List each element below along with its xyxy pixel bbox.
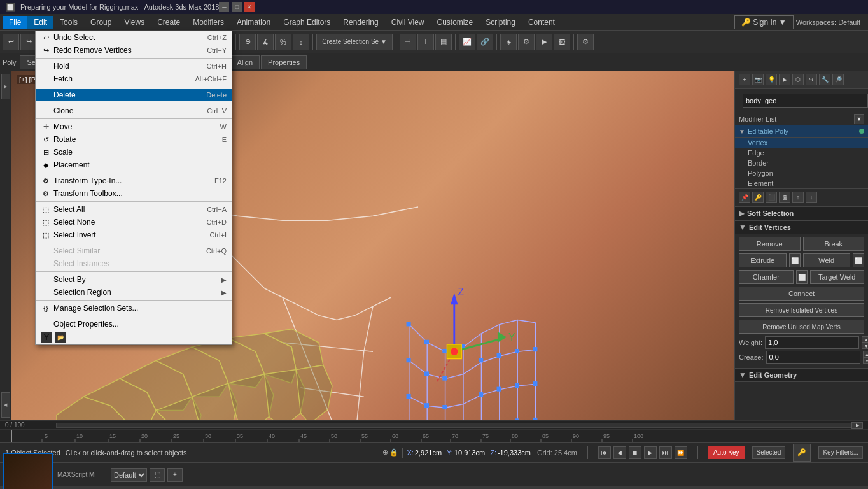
auto-key-button[interactable]: Auto Key <box>708 446 745 459</box>
menu-clone[interactable]: Clone Ctrl+V <box>36 104 232 117</box>
menu-bottom-icon-2[interactable]: 📂 <box>55 332 66 343</box>
mod-icon-pin[interactable]: 📌 <box>739 192 750 203</box>
weld-settings-button[interactable]: ⬜ <box>853 253 864 267</box>
remove-unused-button[interactable]: Remove Unused Map Verts <box>739 320 864 334</box>
rp-icon-7[interactable]: 🔧 <box>819 74 830 85</box>
set-key-button[interactable]: 🔑 <box>793 444 811 462</box>
render-frame-button[interactable]: 🖼 <box>554 34 570 50</box>
play-stop-button[interactable]: ⏹ <box>629 446 641 459</box>
modifier-polygon[interactable]: Polygon <box>735 168 868 178</box>
weight-up-button[interactable]: ▲ <box>862 336 868 343</box>
menu-item-civil-view[interactable]: Civil View <box>385 16 431 29</box>
menu-item-sign-in[interactable]: 🔑 Sign In ▼ <box>734 15 794 29</box>
edit-named-button[interactable]: Create Selection Se ▼ <box>316 34 393 50</box>
undo-button[interactable]: ↩ <box>3 34 19 50</box>
extrude-button[interactable]: Extrude <box>739 253 787 267</box>
material-editor-button[interactable]: ◈ <box>500 34 517 50</box>
menu-item-views[interactable]: Views <box>118 16 151 29</box>
menu-item-animation[interactable]: Animation <box>230 16 277 29</box>
rp-icon-6[interactable]: ↪ <box>806 74 817 85</box>
mod-icon-key[interactable]: 🔑 <box>752 192 764 203</box>
connect-button[interactable]: Connect <box>739 287 864 301</box>
rp-icon-1[interactable]: + <box>739 74 750 85</box>
layer-btn-1[interactable]: ⬚ <box>150 468 165 482</box>
soft-selection-section[interactable]: ▶ Soft Selection <box>735 206 868 220</box>
edit-vertices-section[interactable]: ▼ Edit Vertices <box>735 220 868 234</box>
chamfer-button[interactable]: Chamfer <box>739 270 794 284</box>
sidebar-btn-bottom[interactable]: ◀ <box>1 392 10 418</box>
play-prev-button[interactable]: ◀ <box>613 446 626 459</box>
play-next-button[interactable]: ⏭ <box>659 446 672 459</box>
break-button[interactable]: Break <box>803 237 865 251</box>
spinner-snap-button[interactable]: ↕ <box>293 34 309 50</box>
object-name-input[interactable] <box>743 94 868 108</box>
menu-redo-remove[interactable]: ↪ Redo Remove Vertices Ctrl+Y <box>36 44 232 57</box>
weight-down-button[interactable]: ▼ <box>862 343 868 349</box>
menu-item-customize[interactable]: Customize <box>431 16 480 29</box>
mod-icon-up[interactable]: ↑ <box>792 192 804 203</box>
modifier-vertex[interactable]: Vertex <box>735 138 868 148</box>
menu-move[interactable]: ✛ Move W <box>36 120 232 133</box>
rp-icon-3[interactable]: 💡 <box>766 74 777 85</box>
modifier-border[interactable]: Border <box>735 158 868 168</box>
menu-rotate[interactable]: ↺ Rotate E <box>36 133 232 146</box>
modifier-edge[interactable]: Edge <box>735 148 868 158</box>
maximize-button[interactable]: □ <box>232 2 242 12</box>
menu-manage-sets[interactable]: {} Manage Selection Sets... <box>36 302 232 315</box>
menu-item-file[interactable]: File <box>3 16 27 29</box>
layer-manager-button[interactable]: ▤ <box>435 34 452 50</box>
crease-input[interactable] <box>766 351 860 364</box>
weight-input[interactable] <box>765 336 859 349</box>
chamfer-settings-button[interactable]: ⬜ <box>796 270 808 284</box>
align-button[interactable]: ⊤ <box>417 34 434 50</box>
schematic-view-button[interactable]: 🔗 <box>477 34 493 50</box>
mirror-button[interactable]: ⊣ <box>400 34 416 50</box>
menu-transform-type[interactable]: ⚙ Transform Type-In... F12 <box>36 174 232 187</box>
menu-item-group[interactable]: Group <box>84 16 118 29</box>
menu-placement[interactable]: ◆ Placement <box>36 159 232 171</box>
play-start-button[interactable]: ⏮ <box>598 446 611 459</box>
menu-item-tools[interactable]: Tools <box>53 16 84 29</box>
mod-icon-dots[interactable]: ⬛ <box>766 192 777 203</box>
render-setup-button[interactable]: ⚙ <box>518 34 535 50</box>
mini-viewport[interactable] <box>3 453 53 490</box>
extrude-settings-button[interactable]: ⬜ <box>789 253 801 267</box>
menu-item-graph-editors[interactable]: Graph Editors <box>277 16 337 29</box>
curve-editor-button[interactable]: 📈 <box>459 34 475 50</box>
edit-geometry-section[interactable]: ▼ Edit Geometry <box>735 368 868 382</box>
crease-up-button[interactable]: ▲ <box>863 351 868 357</box>
render-button[interactable]: ▶ <box>536 34 552 50</box>
menu-selection-region[interactable]: Selection Region ▶ <box>36 286 232 299</box>
menu-transform-toolbox[interactable]: ⚙ Transform Toolbox... <box>36 187 232 200</box>
menu-item-modifiers[interactable]: Modifiers <box>186 16 230 29</box>
progress-right-button[interactable]: ▶ <box>851 422 863 429</box>
editable-poly-header[interactable]: ▼ Editable Poly <box>735 125 868 138</box>
sidebar-btn-1[interactable]: ▶ <box>1 74 10 99</box>
menu-item-content[interactable]: Content <box>522 16 561 29</box>
mod-icon-trash[interactable]: 🗑 <box>779 192 790 203</box>
tab-align[interactable]: Align <box>230 55 260 69</box>
rp-icon-8[interactable]: 🔎 <box>832 74 844 85</box>
rp-icon-4[interactable]: ▶ <box>779 74 790 85</box>
percent-snap-button[interactable]: % <box>275 34 291 50</box>
target-weld-button[interactable]: Target Weld <box>810 270 865 284</box>
layer-dropdown[interactable]: Default <box>111 468 147 482</box>
remove-button[interactable]: Remove <box>739 237 801 251</box>
menu-bottom-icon-1[interactable]: Y <box>41 332 52 343</box>
snap-toggle-button[interactable]: ⊕ <box>239 34 256 50</box>
progress-track[interactable] <box>56 423 851 428</box>
rp-icon-5[interactable]: ⬡ <box>792 74 804 85</box>
menu-select-none[interactable]: ⬚ Select None Ctrl+D <box>36 216 232 229</box>
tab-properties[interactable]: Properties <box>261 55 307 69</box>
remove-isolated-button[interactable]: Remove Isolated Vertices <box>739 303 864 317</box>
menu-item-create[interactable]: Create <box>151 16 186 29</box>
menu-item-scripting[interactable]: Scripting <box>479 16 522 29</box>
minimize-button[interactable]: ─ <box>219 2 229 12</box>
mod-icon-down[interactable]: ↓ <box>806 192 817 203</box>
key-filters-button[interactable]: Key Filters... <box>818 446 863 459</box>
close-button[interactable]: ✕ <box>244 2 255 12</box>
modifier-list-dropdown[interactable]: ▼ <box>854 114 864 124</box>
menu-select-by[interactable]: Select By ▶ <box>36 273 232 286</box>
modifier-element[interactable]: Element <box>735 178 868 188</box>
menu-delete[interactable]: Delete Delete <box>36 89 232 101</box>
